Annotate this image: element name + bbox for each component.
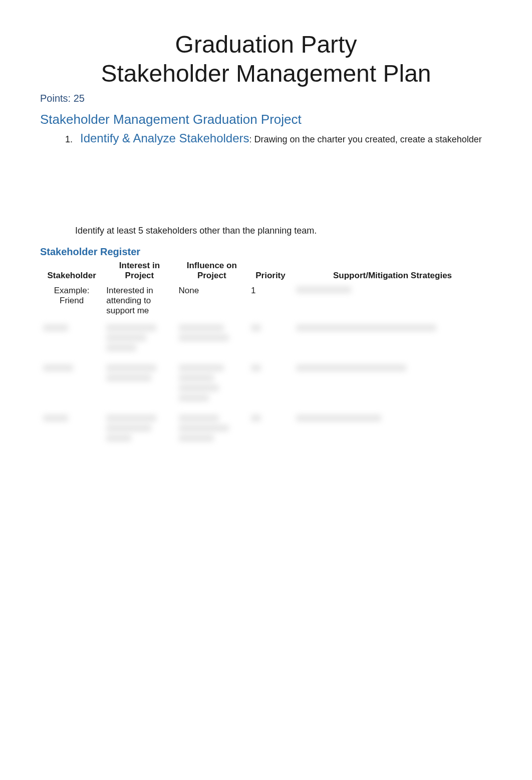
step-item-1: 1. Identify & Analyze Stakeholders: Draw… bbox=[65, 131, 492, 145]
th-influence: Influence on Project bbox=[176, 259, 248, 283]
table-row-blurred bbox=[40, 409, 492, 449]
stakeholder-table-wrap: Stakeholder Interest in Project Influenc… bbox=[40, 259, 492, 469]
cell-influence: None bbox=[176, 283, 248, 319]
table-header-row: Stakeholder Interest in Project Influenc… bbox=[40, 259, 492, 283]
th-interest: Interest in Project bbox=[103, 259, 175, 283]
table-row-blurred bbox=[40, 359, 492, 409]
section-heading: Stakeholder Management Graduation Projec… bbox=[40, 112, 492, 127]
cell-priority: 1 bbox=[248, 283, 293, 319]
register-heading: Stakeholder Register bbox=[40, 246, 492, 258]
table-row-blurred bbox=[40, 449, 492, 459]
cell-strategy-blurred bbox=[293, 283, 492, 319]
th-stakeholder: Stakeholder bbox=[40, 259, 103, 283]
step-list: 1. Identify & Analyze Stakeholders: Draw… bbox=[65, 131, 492, 145]
title-line2: Stakeholder Management Plan bbox=[101, 60, 431, 87]
content-gap bbox=[40, 145, 492, 226]
points-label: Points: 25 bbox=[40, 93, 492, 104]
sub-instruction: Identify at least 5 stakeholders other t… bbox=[75, 226, 492, 236]
cell-stakeholder: Example: Friend bbox=[40, 283, 103, 319]
table-row: Example: Friend Interested in attending … bbox=[40, 283, 492, 319]
step-title: Identify & Analyze Stakeholders bbox=[80, 131, 249, 145]
th-strategy: Support/Mitigation Strategies bbox=[293, 259, 492, 283]
stakeholder-table: Stakeholder Interest in Project Influenc… bbox=[40, 259, 492, 469]
page-title: Graduation Party Stakeholder Management … bbox=[40, 30, 492, 88]
th-priority: Priority bbox=[248, 259, 293, 283]
title-line1: Graduation Party bbox=[175, 31, 357, 58]
step-marker: 1. bbox=[65, 134, 75, 145]
cell-interest: Interested in attending to support me bbox=[103, 283, 175, 319]
step-content: Identify & Analyze Stakeholders: Drawing… bbox=[80, 131, 482, 145]
step-description: : Drawing on the charter you created, cr… bbox=[249, 134, 482, 144]
table-row-blurred bbox=[40, 459, 492, 469]
table-row-blurred bbox=[40, 319, 492, 359]
